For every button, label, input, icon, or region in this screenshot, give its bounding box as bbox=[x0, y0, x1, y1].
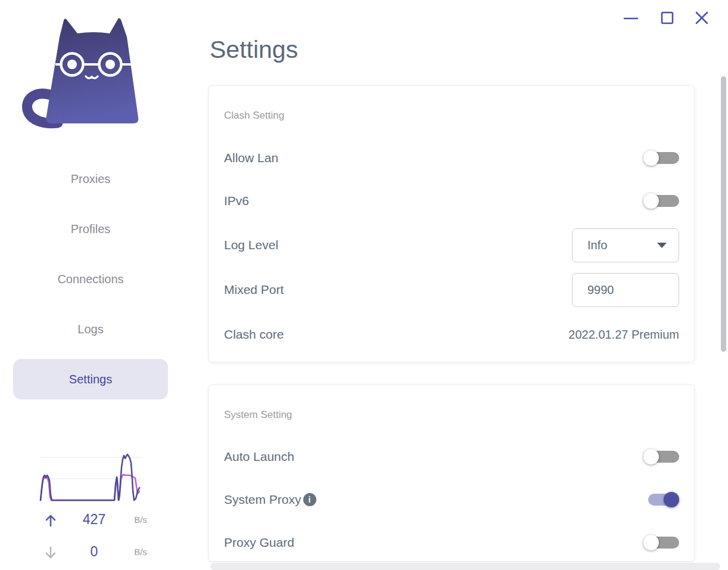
auto-launch-row: Auto Launch bbox=[224, 439, 679, 474]
arrow-down-icon bbox=[43, 545, 58, 560]
toggle-knob bbox=[643, 535, 659, 550]
log-level-row: Log Level Info bbox=[224, 228, 679, 262]
arrow-up-icon bbox=[43, 513, 58, 528]
maximize-button[interactable] bbox=[659, 10, 676, 26]
download-unit: B/s bbox=[123, 547, 158, 557]
system-proxy-row: System Proxy i bbox=[224, 482, 679, 517]
page-title: Settings bbox=[210, 36, 298, 64]
chevron-down-icon bbox=[657, 243, 667, 248]
sidebar-nav: Proxies Profiles Connections Logs Settin… bbox=[13, 159, 168, 399]
mixed-port-input[interactable] bbox=[572, 273, 679, 307]
auto-launch-label: Auto Launch bbox=[224, 450, 294, 464]
minimize-icon bbox=[623, 10, 639, 26]
proxy-guard-toggle[interactable] bbox=[643, 534, 679, 551]
sidebar-item-settings[interactable]: Settings bbox=[13, 359, 168, 399]
sidebar-item-proxies[interactable]: Proxies bbox=[13, 159, 168, 199]
mixed-port-label: Mixed Port bbox=[224, 283, 284, 297]
sidebar-item-label: Proxies bbox=[71, 172, 111, 186]
close-button[interactable] bbox=[693, 10, 710, 26]
mixed-port-row: Mixed Port bbox=[224, 272, 679, 307]
section-label: System Setting bbox=[224, 409, 292, 421]
sidebar: Proxies Profiles Connections Logs Settin… bbox=[0, 0, 210, 570]
system-proxy-label-text: System Proxy bbox=[224, 492, 301, 507]
system-setting-card: System Setting Auto Launch System Proxy … bbox=[209, 385, 695, 562]
clash-cat-logo-icon bbox=[21, 15, 146, 131]
ipv6-row: IPv6 bbox=[224, 184, 679, 218]
clash-setting-card: Clash Setting Allow Lan IPv6 Log Level I… bbox=[209, 85, 695, 363]
toggle-knob bbox=[643, 449, 659, 464]
system-proxy-toggle[interactable] bbox=[643, 491, 679, 508]
toggle-knob bbox=[643, 150, 659, 166]
log-level-value: Info bbox=[587, 238, 607, 252]
allow-lan-label: Allow Lan bbox=[224, 151, 278, 165]
log-level-label: Log Level bbox=[224, 238, 278, 252]
minimize-button[interactable] bbox=[623, 10, 639, 26]
toggle-knob bbox=[643, 193, 659, 209]
section-label: Clash Setting bbox=[224, 110, 284, 122]
upload-stat: 427 B/s bbox=[36, 512, 176, 531]
sidebar-item-label: Settings bbox=[69, 373, 112, 386]
allow-lan-row: Allow Lan bbox=[224, 141, 679, 175]
info-icon[interactable]: i bbox=[303, 493, 316, 506]
log-level-select[interactable]: Info bbox=[572, 228, 679, 262]
download-stat: 0 B/s bbox=[36, 544, 176, 563]
toggle-knob bbox=[664, 492, 679, 507]
download-value: 0 bbox=[64, 544, 124, 560]
clash-core-version: 2022.01.27 Premium bbox=[568, 328, 679, 342]
upload-unit: B/s bbox=[123, 515, 158, 525]
system-proxy-label: System Proxy i bbox=[224, 492, 316, 507]
maximize-icon bbox=[659, 10, 675, 26]
ipv6-toggle[interactable] bbox=[643, 193, 679, 209]
close-icon bbox=[694, 10, 710, 26]
clash-core-row: Clash core 2022.01.27 Premium bbox=[224, 317, 679, 352]
sidebar-item-logs[interactable]: Logs bbox=[13, 309, 168, 349]
proxy-guard-row: Proxy Guard bbox=[224, 525, 679, 560]
auto-launch-toggle[interactable] bbox=[643, 448, 679, 465]
traffic-sparkline-chart bbox=[39, 453, 141, 502]
clash-app-window: Proxies Profiles Connections Logs Settin… bbox=[0, 0, 728, 570]
sidebar-item-profiles[interactable]: Profiles bbox=[13, 209, 168, 249]
horizontal-scrollbar-track[interactable] bbox=[210, 563, 720, 570]
clash-core-label: Clash core bbox=[224, 327, 284, 342]
ipv6-label: IPv6 bbox=[224, 194, 249, 208]
sidebar-item-connections[interactable]: Connections bbox=[13, 259, 168, 299]
allow-lan-toggle[interactable] bbox=[643, 150, 679, 166]
upload-value: 427 bbox=[64, 512, 124, 528]
sidebar-item-label: Logs bbox=[77, 323, 103, 336]
sidebar-item-label: Connections bbox=[57, 272, 123, 286]
sidebar-item-label: Profiles bbox=[71, 222, 111, 236]
vertical-scrollbar-thumb[interactable] bbox=[721, 76, 726, 352]
proxy-guard-label: Proxy Guard bbox=[224, 535, 294, 550]
